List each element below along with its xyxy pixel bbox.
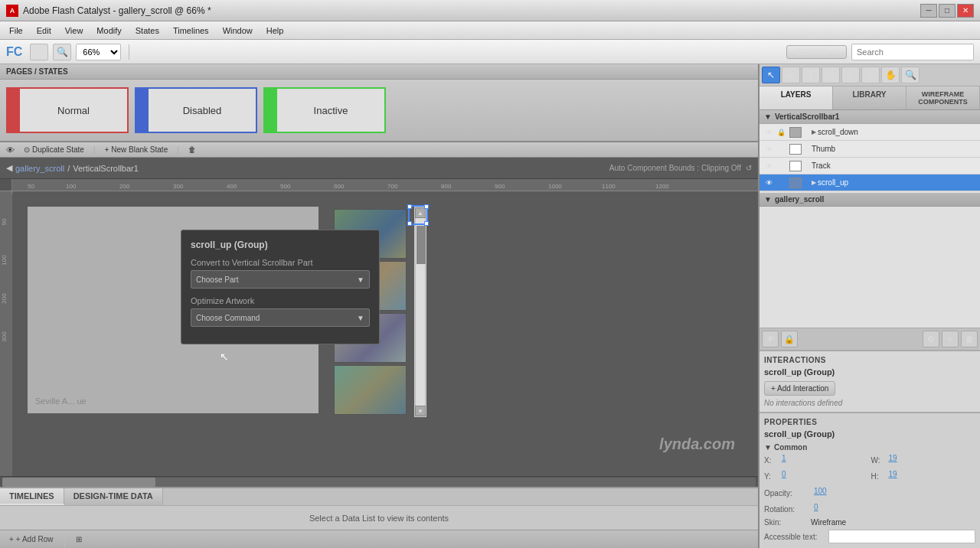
panel-add-button[interactable]: +	[942, 331, 959, 347]
x-value[interactable]: 1	[779, 453, 869, 467]
layer-section-header: ▼ VerticalScrollbar1	[760, 110, 980, 124]
layer-expand-scroll-up[interactable]: ▶	[812, 179, 816, 186]
layer-row-track[interactable]: 👁 Track	[760, 158, 980, 175]
interactions-section: INTERACTIONS scroll_up (Group) + Add Int…	[760, 350, 980, 412]
layer-vis-thumb[interactable]: 👁	[763, 143, 775, 155]
layer-vis-scroll-down[interactable]: 👁	[763, 126, 775, 139]
rotation-value[interactable]: 0	[811, 502, 975, 516]
menu-states[interactable]: States	[129, 24, 165, 37]
right-tabs: LAYERS LIBRARY WIREFRAME COMPONENTS	[760, 86, 980, 110]
hand-tool-button[interactable]: ✋	[881, 67, 900, 83]
tab-design-time-data[interactable]: DESIGN-TIME DATA	[64, 488, 163, 505]
new-blank-state-button[interactable]: + New Blank State	[101, 145, 171, 155]
close-button[interactable]: ✕	[957, 4, 974, 18]
menu-timelines[interactable]: Timelines	[167, 24, 215, 37]
h-scrollbar-thumb[interactable]	[2, 478, 155, 487]
panel-visibility-button[interactable]: 👁	[762, 331, 779, 347]
tab-library[interactable]: LIBRARY	[833, 86, 906, 109]
layer-row-scroll-down[interactable]: 👁 🔒 ▶ scroll_down	[760, 124, 980, 141]
panel-delete-button[interactable]: 🗑	[961, 331, 978, 347]
tab-wireframe-components[interactable]: WIREFRAME COMPONENTS	[906, 86, 980, 109]
line-tool-button[interactable]: /	[861, 67, 880, 83]
svg-text:900: 900	[495, 183, 505, 190]
layer-row-thumb[interactable]: 👁 Thumb	[760, 141, 980, 158]
add-interaction-button[interactable]: + Add Interaction	[764, 381, 835, 396]
x-label: X:	[764, 456, 776, 465]
canvas-area[interactable]: 50 100 200 300 400 500 600 700 800 900 1…	[0, 179, 758, 487]
optimize-select[interactable]: Choose Command ▼	[191, 308, 370, 327]
layer-expand-scroll-down[interactable]: ▶	[812, 129, 816, 135]
delete-state-button[interactable]: 🗑	[185, 145, 199, 155]
panel-settings-button[interactable]: ⚙	[923, 331, 939, 347]
menu-view[interactable]: View	[59, 24, 90, 37]
svg-text:800: 800	[441, 183, 452, 190]
tab-timelines[interactable]: TIMELINES	[0, 488, 64, 505]
add-row-button[interactable]: + + Add Row	[6, 534, 57, 544]
svg-text:1100: 1100	[602, 183, 616, 190]
h-scrollbar-track[interactable]	[2, 478, 756, 487]
zoom-button[interactable]: 🔍	[53, 44, 71, 60]
search-input[interactable]	[851, 44, 974, 60]
layer-vis-scroll-up[interactable]: 👁	[763, 177, 775, 189]
pages-states-title: PAGES / STATES	[6, 67, 68, 76]
menu-window[interactable]: Window	[217, 24, 259, 37]
layer-name-track: Track	[812, 161, 977, 170]
gallery-collapse-icon[interactable]: ▼	[764, 195, 772, 204]
zoom-tool-button[interactable]: 🔍	[901, 67, 920, 83]
menu-edit[interactable]: Edit	[31, 24, 57, 37]
add-interaction-label: + Add Interaction	[771, 384, 828, 393]
layer-lock-thumb[interactable]	[775, 143, 787, 155]
menu-modify[interactable]: Modify	[90, 24, 127, 37]
interactions-title: INTERACTIONS	[764, 356, 975, 364]
layer-thumb-scroll-up	[789, 178, 802, 188]
layer-vis-track[interactable]: 👁	[763, 160, 775, 172]
layer-lock-track[interactable]	[775, 160, 787, 172]
scroll-track	[415, 218, 426, 406]
tab-layers[interactable]: LAYERS	[760, 86, 833, 109]
triangle-tool-button[interactable]: △	[841, 67, 860, 83]
delete-state-icon: 🗑	[188, 145, 196, 154]
ruler-h-marks: 50 100 200 300 400 500 600 700 800 900 1…	[12, 179, 758, 191]
canvas-main[interactable]: Seville A... ue ▲	[12, 191, 758, 476]
maximize-button[interactable]: □	[939, 4, 956, 18]
panel-lock-button[interactable]: 🔒	[781, 331, 798, 347]
back-arrow-icon[interactable]: ◀	[6, 163, 12, 173]
svg-text:600: 600	[334, 183, 345, 190]
ruler-horizontal: 50 100 200 300 400 500 600 700 800 900 1…	[0, 179, 758, 191]
refresh-icon[interactable]: ↺	[746, 164, 752, 172]
layer-row-scroll-up[interactable]: 👁 ▶ scroll_up	[760, 175, 980, 191]
menu-help[interactable]: Help	[260, 24, 290, 37]
layer-name-scroll-up: scroll_up	[818, 178, 977, 187]
y-value[interactable]: 0	[779, 469, 869, 483]
breadcrumb-gallery[interactable]: gallery_scroll	[15, 164, 64, 173]
layer-lock-scroll-down[interactable]: 🔒	[775, 126, 787, 139]
state-card-disabled[interactable]: Disabled	[135, 87, 257, 133]
common-collapse-icon[interactable]: ▼	[764, 443, 772, 452]
minimize-button[interactable]: ─	[920, 4, 937, 18]
h-label: H:	[871, 472, 884, 481]
menu-file[interactable]: File	[3, 24, 29, 37]
layer-collapse-icon[interactable]: ▼	[764, 113, 772, 121]
undo-tool-button[interactable]: ↩	[782, 67, 800, 83]
props-y-field: Y: 0	[764, 469, 869, 483]
design-mode-button[interactable]: DESIGN ▼	[786, 45, 847, 59]
window-controls[interactable]: ─ □ ✕	[920, 4, 974, 18]
zoom-select[interactable]: 66% 100% 50%	[76, 44, 121, 60]
state-card-normal[interactable]: Normal	[6, 87, 129, 133]
duplicate-state-button[interactable]: ⊙ Duplicate State	[21, 145, 87, 155]
h-value[interactable]: 19	[886, 469, 976, 483]
undo-button[interactable]: ↩	[30, 44, 48, 60]
layer-lock-scroll-up[interactable]	[775, 177, 787, 189]
accessible-input[interactable]	[828, 530, 975, 543]
table-icon-button[interactable]: ⊞	[73, 534, 85, 544]
text-tool-button[interactable]: T	[802, 67, 820, 83]
scroll-thumb[interactable]	[416, 226, 426, 264]
convert-select[interactable]: Choose Part ▼	[191, 270, 370, 289]
scroll-down-arrow[interactable]: ▼	[415, 406, 426, 416]
w-value[interactable]: 19	[886, 453, 976, 467]
select-tool-button[interactable]: ↖	[762, 67, 780, 83]
state-card-inactive[interactable]: Inactive	[263, 87, 386, 133]
opacity-value[interactable]: 100	[811, 486, 975, 500]
rect-tool-button[interactable]: □	[822, 67, 840, 83]
optimize-label: Optimize Artwork	[191, 296, 370, 305]
